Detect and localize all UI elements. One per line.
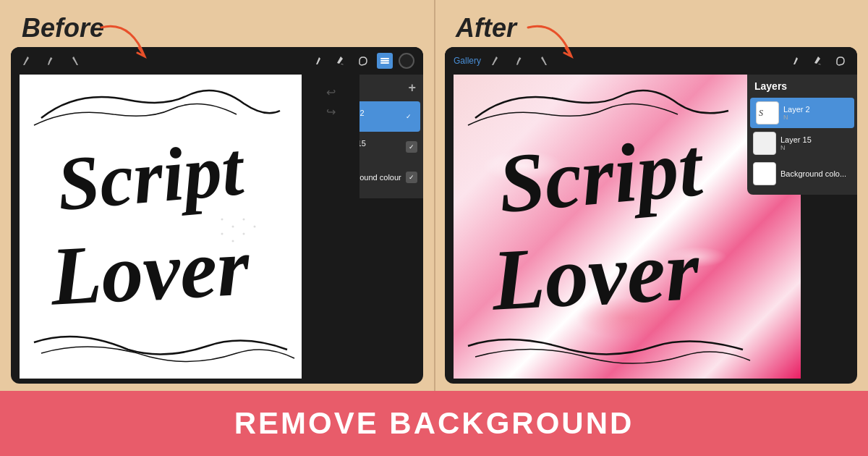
sidebar-before: ↩ ↪	[302, 75, 359, 119]
main-container: Before	[0, 0, 868, 456]
undo-icon[interactable]: ↩	[326, 85, 336, 99]
modify-tool-icon-after[interactable]	[811, 53, 827, 69]
after-label: After	[456, 13, 516, 43]
toolbar-icons-left	[20, 53, 82, 69]
banner-text: REMOVE BACKGROUND	[234, 406, 634, 441]
pen-tool-icon-after[interactable]	[789, 53, 805, 69]
svg-rect-0	[380, 58, 389, 59]
layer-2-thumb-after: S	[756, 101, 779, 124]
svg-text:Script: Script	[495, 121, 707, 230]
layer-2-info-after: Layer 2 N	[783, 105, 848, 121]
layer-15-thumb-after	[753, 132, 776, 155]
after-arrow-icon	[521, 20, 586, 71]
layer-2-mode-after: N	[783, 114, 848, 121]
layer-15-name-after: Layer 15	[780, 135, 851, 144]
brush-tool-icon[interactable]	[20, 53, 35, 69]
redo-icon[interactable]: ↪	[326, 105, 336, 119]
layers-panel-after: Layers S Layer 2 N	[747, 75, 857, 195]
svg-point-11	[243, 233, 245, 235]
layer-bg-info-after: Background colo...	[780, 169, 851, 178]
ipad-before: Script Lover	[11, 47, 423, 384]
svg-point-8	[254, 226, 256, 228]
erase-tool-icon[interactable]	[66, 53, 82, 69]
toolbar-after-right	[789, 53, 848, 69]
dark-area-before: ↩ ↪	[302, 75, 359, 379]
script-lover-text-before: Script Lover	[20, 75, 302, 379]
layer-15-info-after: Layer 15 N	[780, 135, 851, 151]
lasso-tool-icon[interactable]	[355, 53, 371, 69]
pen-tool-icon[interactable]	[312, 53, 328, 69]
layer-2-name-after: Layer 2	[783, 105, 848, 114]
svg-text:S: S	[759, 108, 763, 118]
top-section: Before	[0, 0, 868, 391]
after-panel: After Gallery	[434, 0, 868, 391]
svg-text:Script: Script	[54, 126, 248, 227]
canvas-before: Script Lover	[20, 75, 302, 379]
layer-15-check-before[interactable]: ✓	[406, 141, 417, 153]
panel-divider	[434, 0, 435, 391]
smudge-tool-icon[interactable]	[43, 53, 59, 69]
before-label: Before	[22, 13, 104, 43]
toolbar-before	[11, 47, 423, 75]
modify-tool-icon[interactable]	[333, 53, 349, 69]
layers-header-after: Layers	[747, 75, 857, 98]
svg-text:Lover: Lover	[48, 221, 252, 323]
layer-15-mode-after: N	[780, 144, 851, 151]
layer-bg-check-before[interactable]: ✓	[406, 172, 417, 183]
before-arrow-icon	[94, 20, 159, 71]
layer-2-check-before[interactable]: ✓	[403, 111, 414, 122]
layer-item-15-after[interactable]: Layer 15 N	[747, 128, 857, 159]
layer-bg-name-after: Background colo...	[780, 169, 851, 178]
ipad-after: Gallery	[445, 47, 857, 384]
layer-item-bg-after[interactable]: Background colo...	[747, 159, 857, 189]
brush-tool-icon-after[interactable]	[488, 53, 504, 69]
toolbar-icons-right	[312, 53, 414, 69]
svg-point-10	[232, 240, 234, 242]
svg-text:Lover: Lover	[489, 221, 702, 329]
color-picker-icon[interactable]	[399, 53, 414, 69]
layers-title-after: Layers	[754, 80, 787, 92]
lasso-tool-icon-after[interactable]	[833, 53, 848, 69]
svg-rect-1	[380, 60, 389, 62]
svg-rect-2	[380, 62, 389, 64]
toolbar-after: Gallery	[445, 47, 857, 75]
layer-item-2-after[interactable]: S Layer 2 N	[750, 98, 854, 128]
layers-tool-icon[interactable]	[377, 53, 393, 69]
bottom-banner: REMOVE BACKGROUND	[0, 391, 868, 456]
svg-point-7	[243, 219, 245, 221]
layers-add-button[interactable]: +	[408, 80, 416, 96]
svg-point-6	[232, 226, 234, 228]
svg-point-9	[221, 233, 224, 235]
layer-bg-thumb-after	[753, 162, 776, 185]
before-panel: Before	[0, 0, 434, 391]
svg-point-5	[221, 219, 224, 221]
gallery-button[interactable]: Gallery	[454, 56, 481, 66]
